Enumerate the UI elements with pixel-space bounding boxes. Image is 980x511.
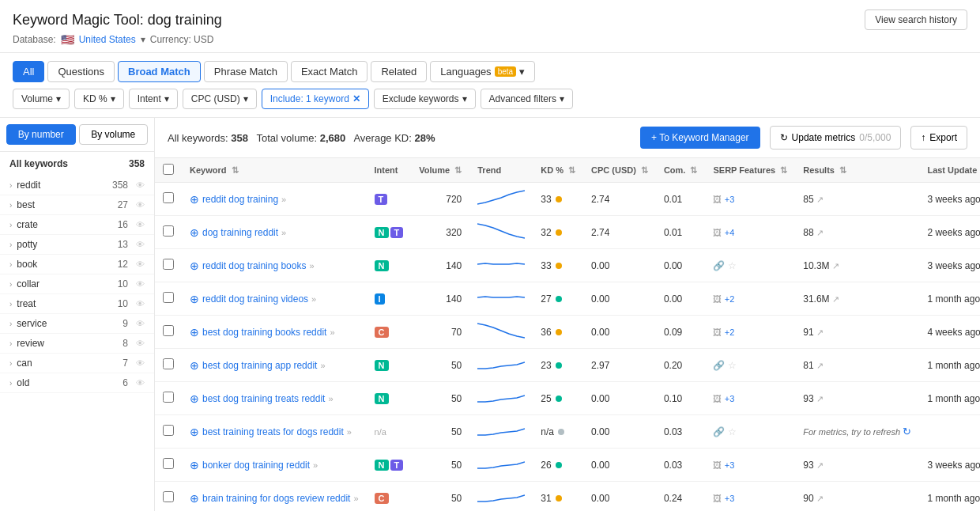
tab-broad-match[interactable]: Broad Match [118,61,201,82]
row-checkbox[interactable] [163,458,174,469]
sidebar-item[interactable]: › collar 10 👁 [0,274,154,294]
serp-plus[interactable]: +3 [725,394,735,403]
table-row: ⊕ reddit dog training books » N 140 33 0… [155,249,980,282]
last-update-cell: 3 weeks ago ↻ [919,449,980,482]
sidebar-item[interactable]: › potty 13 👁 [0,235,154,255]
refresh-message: For metrics, try to refresh [803,427,900,437]
cpc-cell: 0.00 [583,449,656,482]
keyword-link[interactable]: ⊕ best dog training books reddit » [190,326,359,339]
last-update-cell [919,415,980,449]
sidebar-item[interactable]: › old 6 👁 [0,373,154,393]
results-cell: 81 ↗ [795,349,919,382]
keyword-link[interactable]: ⊕ brain training for dogs review reddit … [190,492,359,505]
add-keyword-icon[interactable]: ⊕ [190,459,199,471]
table-header: Keyword ⇅ Intent Volume ⇅ Trend KD % ⇅ C… [155,158,980,183]
serp-plus[interactable]: +3 [725,460,735,470]
sidebar-item[interactable]: › book 12 👁 [0,255,154,274]
to-keyword-manager-button[interactable]: + To Keyword Manager [640,127,760,149]
keyword-text: best dog training app reddit [202,360,317,371]
update-metrics-button[interactable]: ↻ Update metrics 0/5,000 [770,126,902,150]
export-button[interactable]: ↑ Export [910,126,967,150]
add-keyword-icon[interactable]: ⊕ [190,226,199,239]
sidebar-item[interactable]: › reddit 358 👁 [0,176,154,195]
tab-exact-match[interactable]: Exact Match [291,61,368,82]
country-link[interactable]: United States [79,34,136,45]
keyword-link[interactable]: ⊕ bonker dog training reddit » [190,459,359,471]
include-close-icon[interactable]: ✕ [352,93,360,104]
intent-group: N [375,393,404,404]
sort-by-number-btn[interactable]: By number [6,124,76,145]
select-all-checkbox[interactable] [163,164,174,175]
volume-filter[interactable]: Volume ▾ [13,89,70,109]
row-checkbox[interactable] [163,425,174,436]
add-keyword-icon[interactable]: ⊕ [190,193,199,206]
keyword-link[interactable]: ⊕ reddit dog training » [190,193,359,206]
tab-all[interactable]: All [13,61,44,82]
row-checkbox[interactable] [163,225,174,237]
col-com: Com. ⇅ [656,158,706,183]
add-keyword-icon[interactable]: ⊕ [190,259,199,272]
row-checkbox[interactable] [163,392,174,403]
sidebar-item[interactable]: › treat 10 👁 [0,294,154,314]
row-checkbox[interactable] [163,358,174,369]
chevron-icon: › [9,240,12,249]
sidebar-item[interactable]: › best 27 👁 [0,195,154,215]
chevron-icon: › [9,221,12,229]
row-checkbox[interactable] [163,259,174,270]
table-row: ⊕ best dog training treats reddit » N 50… [155,382,980,415]
tab-related[interactable]: Related [371,61,427,82]
refresh-button[interactable]: ↻ [903,426,911,437]
kd-dot [558,429,564,435]
serp-plus[interactable]: +3 [725,195,735,204]
row-checkbox[interactable] [163,325,174,336]
serp-plus[interactable]: +3 [725,494,735,503]
sidebar-item[interactable]: › service 9 👁 [0,314,154,334]
keyword-link[interactable]: ⊕ best dog training treats reddit » [190,392,359,405]
keyword-link[interactable]: ⊕ best dog training app reddit » [190,359,359,372]
volume-cell: 140 [411,282,469,316]
main-content: All keywords: 358 Total volume: 2,680 Av… [155,118,980,511]
languages-button[interactable]: Languages beta ▾ [430,61,535,82]
tab-questions[interactable]: Questions [47,61,115,82]
serp-plus[interactable]: +2 [725,294,735,304]
include-keyword-filter[interactable]: Include: 1 keyword ✕ [262,89,369,109]
intent-filter[interactable]: Intent ▾ [129,89,178,109]
keyword-link[interactable]: ⊕ reddit dog training books » [190,259,359,272]
view-history-button[interactable]: View search history [865,9,967,30]
row-checkbox[interactable] [163,491,174,502]
keyword-arrow-icon: » [281,228,286,237]
sort-by-volume-btn[interactable]: By volume [79,124,149,145]
last-update-text: 1 month ago [927,360,980,371]
chevron-icon: › [9,201,12,210]
add-keyword-icon[interactable]: ⊕ [190,492,199,505]
tab-phrase-match[interactable]: Phrase Match [204,61,288,82]
sidebar-item[interactable]: › can 7 👁 [0,354,154,373]
trend-cell [469,449,533,482]
serp-plus[interactable]: +2 [725,327,735,337]
cpc-filter[interactable]: CPC (USD) ▾ [183,89,257,109]
chevron-icon: › [9,181,12,190]
results-cell: 31.6M ↗ [795,282,919,316]
sidebar-item[interactable]: › crate 16 👁 [0,215,154,235]
results-cell: 93 ↗ [795,449,919,482]
row-checkbox[interactable] [163,192,174,203]
eye-icon: 👁 [136,180,145,190]
advanced-filter[interactable]: Advanced filters ▾ [481,89,573,109]
add-keyword-icon[interactable]: ⊕ [190,392,199,405]
kd-filter[interactable]: KD % ▾ [74,89,124,109]
sidebar-item[interactable]: › review 8 👁 [0,334,154,354]
keyword-arrow-icon: » [353,494,358,503]
keyword-link[interactable]: ⊕ best training treats for dogs reddit » [190,426,359,438]
exclude-filter[interactable]: Exclude keywords ▾ [374,89,476,109]
add-keyword-icon[interactable]: ⊕ [190,293,199,305]
add-keyword-icon[interactable]: ⊕ [190,359,199,372]
keyword-text: reddit dog training books [202,260,306,271]
last-update-cell: 3 weeks ago ↻ [919,249,980,282]
keyword-link[interactable]: ⊕ dog training reddit » [190,226,359,239]
serp-plus[interactable]: +4 [725,228,735,237]
add-keyword-icon[interactable]: ⊕ [190,426,199,438]
keyword-link[interactable]: ⊕ reddit dog training videos » [190,293,359,305]
row-checkbox[interactable] [163,292,174,303]
add-keyword-icon[interactable]: ⊕ [190,326,199,339]
keyword-arrow-icon: » [330,327,334,337]
